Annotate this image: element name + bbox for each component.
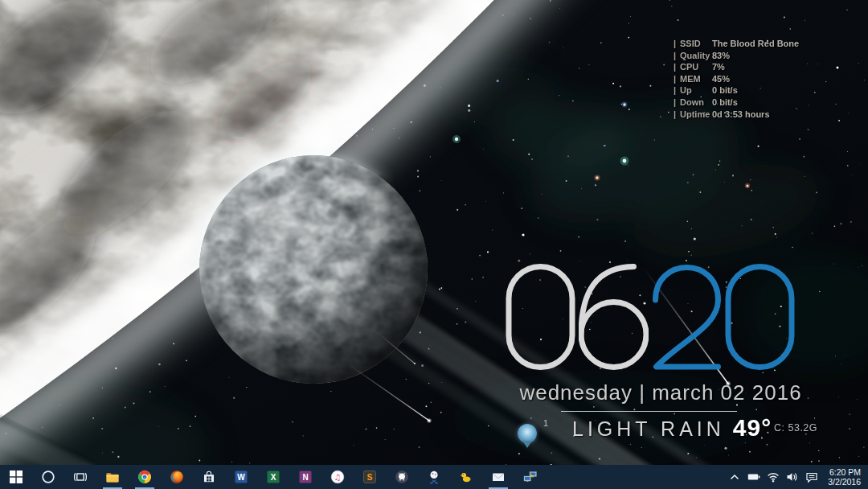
start-icon <box>9 470 23 484</box>
volume-icon[interactable] <box>786 471 799 483</box>
stat-label: MEM <box>680 73 712 85</box>
svg-text:S: S <box>366 472 372 482</box>
file-explorer-icon <box>105 470 120 484</box>
clock-digit <box>652 264 722 370</box>
stat-label: SSID <box>680 38 712 50</box>
word-icon: W <box>234 470 248 484</box>
weather-divider <box>561 411 737 412</box>
stat-pipe: | <box>674 97 680 109</box>
taskbar-button-firefox[interactable] <box>161 465 193 489</box>
stat-pipe: | <box>674 84 680 97</box>
stat-value: 7% <box>712 61 725 73</box>
taskbar-button-onenote[interactable]: N <box>289 465 321 489</box>
stat-value: 0 bit/s <box>712 84 738 97</box>
stat-value: The Blood Red Bone <box>712 38 799 50</box>
tray-time: 6:20 PM <box>828 467 861 477</box>
taskbar-button-start[interactable] <box>0 465 32 489</box>
weather-row: LIGHT RAIN 49° <box>572 414 772 442</box>
stat-row: |Up0 bit/s <box>674 84 799 97</box>
system-tray: 6:20 PM 3/2/2016 <box>725 465 868 489</box>
svg-text:X: X <box>271 473 276 482</box>
taskbar-button-mail[interactable] <box>482 465 514 489</box>
battery-icon[interactable] <box>747 471 760 483</box>
github-icon <box>395 470 409 484</box>
stat-label: Uptime <box>680 109 712 121</box>
taskbar-buttons: WXN♫S <box>0 465 547 489</box>
mail-icon <box>491 470 506 484</box>
clock-digit <box>579 264 649 370</box>
stat-pipe: | <box>674 38 680 50</box>
desktop[interactable]: |SSIDThe Blood Red Bone|Quality83%|CPU7%… <box>0 0 868 489</box>
stat-row: |Quality83% <box>674 50 799 62</box>
taskbar-button-chrome[interactable] <box>129 465 161 489</box>
svg-text:N: N <box>302 473 308 482</box>
taskbar-button-file-explorer[interactable] <box>96 465 129 489</box>
taskbar-button-sublime-text[interactable]: S <box>354 465 386 489</box>
taskbar-button-word[interactable]: W <box>225 465 257 489</box>
sublime-text-icon: S <box>362 470 377 484</box>
stat-pipe: | <box>674 50 680 62</box>
stat-row: |Down0 bit/s <box>674 97 799 109</box>
stat-value: 83% <box>712 50 730 62</box>
itunes-icon: ♫ <box>330 470 345 484</box>
taskbar-button-remote-desktop[interactable] <box>514 465 547 489</box>
cyberduck-icon <box>459 470 473 484</box>
stat-value: 0d 3:53 hours <box>712 109 770 121</box>
system-stats-widget: |SSIDThe Blood Red Bone|Quality83%|CPU7%… <box>674 38 799 120</box>
stat-row: |MEM45% <box>674 73 799 85</box>
store-icon <box>202 470 216 484</box>
stat-label: CPU <box>680 61 712 73</box>
chrome-icon <box>137 470 152 484</box>
stat-value: 0 bit/s <box>712 97 738 109</box>
taskbar-button-screen-capture[interactable] <box>418 465 450 489</box>
stat-row: |SSIDThe Blood Red Bone <box>674 38 799 50</box>
cortana-icon <box>41 470 55 484</box>
chevron-up-icon[interactable] <box>728 471 741 483</box>
taskbar: WXN♫S 6:20 PM 3/2/2016 <box>0 465 868 489</box>
excel-icon: X <box>266 470 280 484</box>
stat-label: Up <box>680 84 712 97</box>
taskbar-button-cortana[interactable] <box>32 465 64 489</box>
task-view-icon <box>73 470 88 484</box>
stat-row: |Uptime0d 3:53 hours <box>674 109 799 121</box>
stat-pipe: | <box>674 109 680 121</box>
weather-temperature: 49° <box>733 414 772 442</box>
disk-usage-label: C: 53.2G <box>774 422 817 434</box>
taskbar-button-github[interactable] <box>386 465 418 489</box>
screen-capture-icon <box>427 470 441 484</box>
tray-clock[interactable]: 6:20 PM 3/2/2016 <box>821 467 866 487</box>
action-center-icon[interactable] <box>805 471 818 483</box>
stat-label: Quality <box>680 50 712 62</box>
weather-condition: LIGHT RAIN <box>572 417 725 441</box>
taskbar-button-itunes[interactable]: ♫ <box>321 465 354 489</box>
stat-pipe: | <box>674 61 680 73</box>
taskbar-button-store[interactable] <box>193 465 225 489</box>
taskbar-button-task-view[interactable] <box>64 465 96 489</box>
wifi-icon[interactable] <box>767 471 780 483</box>
clock-digit <box>725 264 795 370</box>
taskbar-button-cyberduck[interactable] <box>450 465 482 489</box>
stat-label: Down <box>680 97 712 109</box>
clock-digit <box>506 264 575 370</box>
location-pin-icon <box>518 424 537 443</box>
firefox-icon <box>170 470 184 484</box>
svg-text:W: W <box>237 473 245 482</box>
svg-text:♫: ♫ <box>334 473 342 482</box>
clock-time <box>506 264 795 370</box>
stat-value: 45% <box>712 73 730 85</box>
stat-pipe: | <box>674 73 680 85</box>
tray-icons <box>725 471 821 483</box>
clock-date: wednesday | march 02 2016 <box>492 380 829 405</box>
taskbar-button-excel[interactable]: X <box>257 465 289 489</box>
stat-row: |CPU7% <box>674 61 799 73</box>
tray-date: 3/2/2016 <box>828 477 861 487</box>
location-superscript: 1 <box>543 418 548 428</box>
remote-desktop-icon <box>523 470 538 484</box>
onenote-icon: N <box>298 470 313 484</box>
